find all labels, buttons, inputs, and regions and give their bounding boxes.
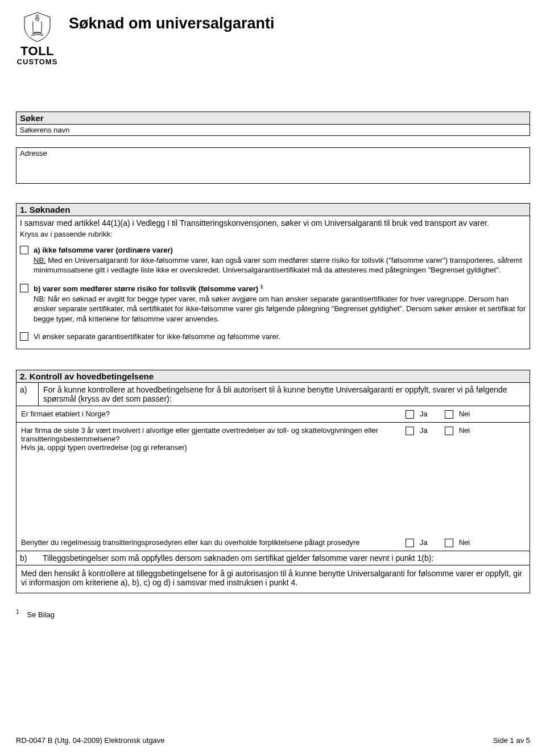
footer-right: Side 1 av 5 xyxy=(493,736,530,745)
footnote-sup: 1 xyxy=(16,609,19,617)
q1-ja-label: Ja xyxy=(420,410,428,418)
row-b: b) Tilleggsbetingelser som må oppfylles … xyxy=(16,551,530,565)
option-a-nb: NB: xyxy=(34,256,46,265)
logo-text-toll: TOLL xyxy=(16,45,59,57)
option-b-title: b) varer som medfører større risiko for … xyxy=(34,284,263,293)
q1-nei-label: Nei xyxy=(459,410,470,418)
section-1-kryss: Kryss av i passende rubrikk: xyxy=(16,229,530,243)
address-label: Adresse xyxy=(20,149,47,158)
logo-text-customs: CUSTOMS xyxy=(16,57,59,66)
q3-ja-pair: Ja xyxy=(406,538,428,547)
label-a: a) xyxy=(16,383,39,406)
option-a-row: a) ikke følsomme varer (ordinære varer) … xyxy=(16,243,530,278)
title-text: Søknad om universalgaranti xyxy=(69,15,275,32)
option-b-body: NB: Når en søknad er avgitt for begge ty… xyxy=(34,295,526,323)
question-3: Benytter du regelmessig transitteringspr… xyxy=(16,535,530,551)
b-body: Med den hensikt å kontrollere at tillegg… xyxy=(16,565,530,593)
footer: RD-0047 B (Utg. 04-2009) Elektronisk utg… xyxy=(16,736,530,745)
checkbox-q1-ja[interactable] xyxy=(406,410,414,419)
checkbox-q3-nei[interactable] xyxy=(445,539,453,547)
option-c-text: Vi ønsker separate garantisertifikater f… xyxy=(34,332,280,342)
address-box: Adresse xyxy=(16,147,530,184)
q3-nei-label: Nei xyxy=(459,538,470,547)
question-3-answers: Ja Nei xyxy=(406,538,525,547)
checkbox-q2-ja[interactable] xyxy=(406,427,414,435)
question-1-answers: Ja Nei xyxy=(406,410,525,419)
logo-block: TOLL CUSTOMS xyxy=(16,11,59,66)
question-2-answers: Ja Nei xyxy=(406,426,525,435)
footnote-text: Se Bilag xyxy=(27,610,55,619)
section-1-head: 1. Søknaden xyxy=(16,204,530,216)
q3-ja-label: Ja xyxy=(420,538,428,547)
option-b-title-text: b) varer som medfører større risiko for … xyxy=(34,284,258,293)
q3-nei-pair: Nei xyxy=(445,538,470,547)
q2-line1: Har firma de siste 3 år vært involvert i… xyxy=(21,426,378,443)
question-3-text: Benytter du regelmessig transitteringspr… xyxy=(21,538,406,547)
svg-point-0 xyxy=(36,15,39,17)
applicant-name-label: Søkerens navn xyxy=(16,125,530,135)
crest-icon xyxy=(22,11,53,43)
section-2: 2. Kontroll av hovedbetingelsene a) For … xyxy=(16,370,530,593)
checkbox-option-b[interactable] xyxy=(20,284,28,292)
header: TOLL CUSTOMS Søknad om universalgaranti xyxy=(16,11,530,66)
footnote: 1 Se Bilag xyxy=(16,610,530,619)
q2-nei-label: Nei xyxy=(459,426,470,435)
checkbox-q3-ja[interactable] xyxy=(406,539,414,547)
option-b-text: b) varer som medfører større risiko for … xyxy=(34,283,526,324)
option-a-body: Med en Universalgaranti for ikke-følsomm… xyxy=(34,256,522,275)
section-2-head: 2. Kontroll av hovedbetingelsene xyxy=(16,370,530,383)
row-a: a) For å kunne kontrollere at hovedbetin… xyxy=(16,383,530,406)
page-title: Søknad om universalgaranti xyxy=(69,15,275,32)
question-1-text: Er firmaet etablert i Norge? xyxy=(21,410,406,418)
question-1: Er firmaet etablert i Norge? Ja Nei xyxy=(16,406,530,423)
option-a-title: a) ikke følsomme varer (ordinære varer) xyxy=(34,246,173,254)
q1-ja-pair: Ja xyxy=(406,410,428,419)
checkbox-q1-nei[interactable] xyxy=(445,410,453,419)
q2-line2: Hvis ja, oppgi typen overtredelse (og gi… xyxy=(21,443,187,452)
content-a: For å kunne kontrollere at hovedbetingel… xyxy=(39,383,530,406)
page: TOLL CUSTOMS Søknad om universalgaranti … xyxy=(0,0,546,756)
option-b-sup: 1 xyxy=(260,284,263,290)
option-c-row: Vi ønsker separate garantisertifikater f… xyxy=(16,329,530,344)
applicant-head: Søker xyxy=(16,112,530,125)
q2-nei-pair: Nei xyxy=(445,426,470,435)
checkbox-option-a[interactable] xyxy=(20,246,28,254)
q1-nei-pair: Nei xyxy=(445,410,470,419)
checkbox-option-c[interactable] xyxy=(20,332,28,341)
footer-left: RD-0047 B (Utg. 04-2009) Elektronisk utg… xyxy=(16,736,165,745)
checkbox-q2-nei[interactable] xyxy=(445,427,453,435)
option-a-text: a) ikke følsomme varer (ordinære varer) … xyxy=(34,245,526,275)
applicant-box: Søker Søkerens navn xyxy=(16,111,530,136)
label-b: b) xyxy=(16,551,38,565)
option-b-row: b) varer som medfører større risiko for … xyxy=(16,281,530,327)
content-b: Tilleggsbetingelser som må oppfylles der… xyxy=(38,551,530,565)
section-1-intro: I samsvar med artikkel 44(1)(a) i Vedleg… xyxy=(16,216,530,229)
q2-ja-label: Ja xyxy=(420,426,428,435)
question-2: Har firma de siste 3 år vært involvert i… xyxy=(16,423,530,455)
answer-space xyxy=(16,455,530,535)
question-2-text: Har firma de siste 3 år vært involvert i… xyxy=(21,426,406,452)
q2-ja-pair: Ja xyxy=(406,426,428,435)
section-1: 1. Søknaden I samsvar med artikkel 44(1)… xyxy=(16,203,530,349)
